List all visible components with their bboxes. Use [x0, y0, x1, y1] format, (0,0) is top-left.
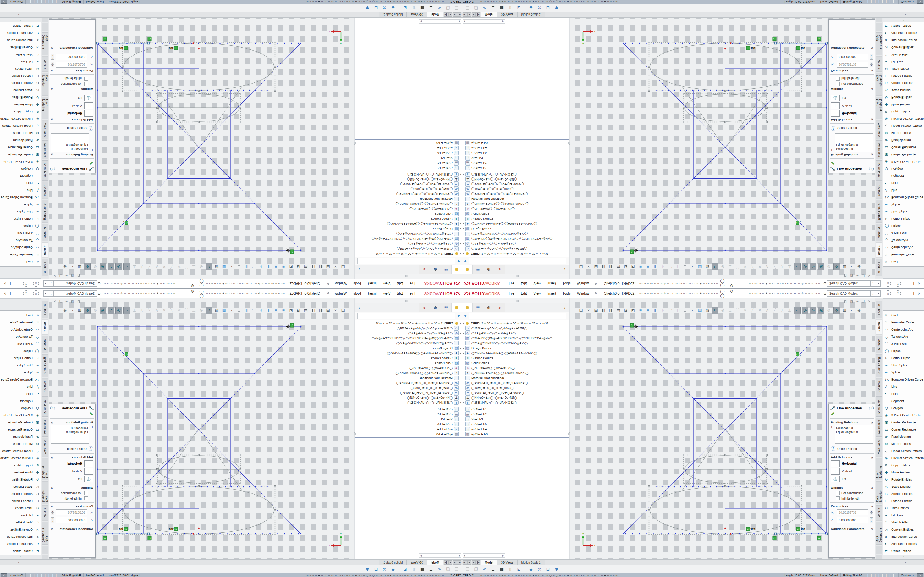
- headsup-icon[interactable]: ◪: [623, 263, 628, 270]
- tree-row[interactable]: ▱◯·◎✥◯✱⊙I◯∘◯I⊙✱◯✥◎·◯: [355, 385, 462, 390]
- flyout-item-copy-entities[interactable]: ⧉Copy Entities: [0, 462, 41, 469]
- headsup-icon[interactable]: ▦: [697, 307, 703, 314]
- command-tab-sheet-metal[interactable]: Sheet Metal: [42, 396, 48, 417]
- bottom-toolbar-icon[interactable]: ⊡: [545, 566, 551, 572]
- rollback-bar[interactable]: [355, 437, 462, 438]
- headsup-icon[interactable]: ◨: [310, 307, 316, 314]
- flyout-item-spline[interactable]: ∿Spline: [883, 369, 924, 376]
- bottom-toolbar-icon[interactable]: ❐: [453, 566, 460, 572]
- headsup-icon[interactable]: ◩: [630, 307, 636, 314]
- headsup-icon[interactable]: ◐: [849, 263, 855, 270]
- menu-edit[interactable]: Edit: [518, 290, 530, 297]
- flyout-item-corner-rectangle[interactable]: ▭Corner Rectangle: [883, 426, 924, 433]
- spinner[interactable]: ▲▼: [51, 510, 55, 515]
- flyout-item-circular-sketch-pattern[interactable]: ⊛Circular Sketch Pattern: [0, 455, 41, 462]
- flyout-item-circular-sketch-pattern[interactable]: ⊛Circular Sketch Pattern: [0, 115, 41, 122]
- flyout-item-3-point-center-recta-[interactable]: ◈3 Point Center Recta...: [883, 412, 924, 419]
- flyout-item-convert-entities[interactable]: ⊿Convert Entities: [0, 526, 41, 533]
- lineprops-help-icon[interactable]: ?: [50, 166, 55, 171]
- vertical-relation-icon[interactable]: ❘: [84, 103, 93, 109]
- headsup-icon[interactable]: ▤: [578, 307, 584, 314]
- user-account-icon[interactable]: ☺: [33, 290, 39, 297]
- tree-tab-dimxpertmanager[interactable]: ◕: [419, 303, 430, 312]
- flyout-item-polygon[interactable]: ⬡Polygon: [0, 165, 41, 172]
- close-button[interactable]: ✕: [3, 282, 6, 286]
- tree-row[interactable]: ◿(-) Sketch5: [462, 150, 569, 155]
- headsup-icon[interactable]: ◧: [600, 263, 606, 270]
- tree-row[interactable]: ▱◯✥ƨɔϱ∘♟◯✱⊙I◯∘◯I⊙✱◯♟∘ϱɔƨ✥◯: [355, 182, 462, 187]
- headsup-icon[interactable]: ⬙: [856, 307, 862, 314]
- tree-splitter-knob[interactable]: [517, 275, 519, 277]
- tree-row[interactable]: ▱◯·◎✥◯✱⊙I◯∘◯I⊙✱◯✥◎·◯: [462, 187, 569, 192]
- command-tab-mesh-modeling[interactable]: Mesh Modeling: [42, 97, 48, 119]
- flyout-item-point[interactable]: ▪Point: [883, 390, 924, 397]
- lineprops-help-icon[interactable]: ?: [50, 406, 55, 411]
- tree-row[interactable]: ▥◯25✥3Ɛ25◯ИN◎∘✥ƆC3ƐUƆƐ25◯∘◯253ƐUƆƐƆC✥∘◎N…: [462, 236, 569, 241]
- status-custom-dropdown[interactable]: Custom▴: [898, 574, 916, 577]
- filter-funnel-icon[interactable]: ▼: [464, 259, 467, 263]
- panel-splitter[interactable]: [354, 18, 355, 279]
- option-infinite-length[interactable]: Infinite length: [829, 496, 876, 501]
- parameter-input[interactable]: 0.00000000°: [837, 517, 868, 523]
- headsup-icon[interactable]: ▦: [77, 307, 83, 314]
- tree-tab-propertymanager[interactable]: ☷: [473, 265, 483, 274]
- tree-row[interactable]: ▦(-) Sketch2: [355, 412, 462, 417]
- menu-view[interactable]: View: [530, 280, 543, 287]
- additional-parameters-header[interactable]: Additional Parameters∨: [829, 527, 876, 531]
- add-relation-vertical[interactable]: ❘Vertical: [48, 467, 95, 475]
- headsup-icon[interactable]: ■: [281, 307, 286, 314]
- flyout-item-line[interactable]: ╱Line: [883, 187, 924, 194]
- tree-row[interactable]: ▦(-) Sketch6: [355, 140, 462, 145]
- tree-row[interactable]: ▶▮◯253ƐИNΑՍ+◯∘◯+ՍΑNИƐ352◯: [462, 400, 569, 405]
- command-tab-mbd-dimensions[interactable]: MBD Dimensions: [876, 522, 882, 545]
- headsup-icon[interactable]: ◪: [296, 307, 301, 314]
- add-relation-fix[interactable]: ⚓Fix: [829, 94, 876, 102]
- headsup-icon[interactable]: ✎: [742, 263, 748, 270]
- markup-pencil-icon[interactable]: ✎: [0, 0, 7, 3]
- headsup-icon[interactable]: ◨: [608, 263, 614, 270]
- flyout-item-partial-ellipse[interactable]: ◗Partial Ellipse: [0, 355, 41, 362]
- flyout-item-move-entities[interactable]: ✥Move Entities: [883, 101, 924, 108]
- bottom-toolbar-icon[interactable]: ◷: [381, 566, 388, 572]
- search-scope-cube-icon[interactable]: ⬙: [823, 292, 826, 296]
- bottom-toolbar-icon[interactable]: ❐: [473, 5, 479, 11]
- headsup-icon[interactable]: ▨: [214, 307, 220, 314]
- headsup-icon[interactable]: ■: [273, 263, 279, 270]
- add-relations-header[interactable]: Add Relations∧: [48, 455, 95, 460]
- spinner[interactable]: ▲▼: [869, 510, 873, 515]
- markup-pencil-icon[interactable]: ✎: [0, 574, 7, 577]
- user-account-icon[interactable]: ☺: [33, 280, 39, 287]
- tree-row[interactable]: ❖Surface Bodies: [462, 356, 569, 361]
- flyout-item-tangent-arc[interactable]: ◡Tangent Arc: [883, 237, 924, 244]
- command-tab-weldments[interactable]: Weldments: [876, 140, 882, 159]
- flyout-more-icon[interactable]: »: [883, 18, 924, 23]
- headsup-icon[interactable]: ⬙: [62, 263, 68, 270]
- flyout-item-trim-entities[interactable]: ✂Trim Entities: [0, 65, 41, 73]
- tree-horizontal-scrollbar[interactable]: ◀▶: [419, 553, 462, 558]
- command-tab--[interactable]: ⋮: [42, 546, 48, 554]
- tree-row[interactable]: ◿(-) Sketch5: [355, 422, 462, 427]
- tree-row[interactable]: ☰Material <not specified>: [355, 376, 462, 380]
- caret-icon[interactable]: ▶: [462, 352, 465, 355]
- bottom-toolbar-icon[interactable]: ◷: [536, 566, 543, 572]
- tree-row[interactable]: ▱◯✥ƨɔϱ∘♟◯✱⊙I◯∘◯I⊙✱◯♟∘ϱɔƨ✥◯: [462, 390, 569, 395]
- flyout-item-circular-sketch-pattern[interactable]: ⊛Circular Sketch Pattern: [883, 455, 924, 462]
- headsup-icon[interactable]: ◉: [100, 263, 106, 270]
- flyout-item-sketch-fillet[interactable]: ◜Sketch Fillet: [0, 519, 41, 526]
- headsup-icon[interactable]: ˅: [585, 307, 591, 314]
- flyout-item-tangent-arc[interactable]: ◡Tangent Arc: [0, 333, 41, 340]
- headsup-icon[interactable]: ▤: [340, 263, 346, 270]
- command-tab-mold-tools[interactable]: Mold Tools: [876, 120, 882, 139]
- ok-check-button[interactable]: ✔: [829, 160, 876, 166]
- headsup-icon[interactable]: ╱: [772, 307, 778, 314]
- command-tab-sheet-metal[interactable]: Sheet Metal: [876, 396, 882, 417]
- bottom-toolbar-icon[interactable]: ⇅: [507, 5, 514, 11]
- collapse-icon[interactable]: ∧: [51, 421, 53, 424]
- child-window-control-icon[interactable]: ◧: [77, 300, 80, 303]
- headsup-icon[interactable]: ⌒: [735, 307, 741, 314]
- child-window-control-icon[interactable]: ✕: [53, 274, 56, 277]
- flyout-item-ellipse[interactable]: ◯Ellipse: [0, 347, 41, 355]
- relation-item[interactable]: Collinear108: [52, 426, 88, 430]
- flyout-item-linear-sketch-pattern[interactable]: ⢇Linear Sketch Pattern: [0, 122, 41, 130]
- caret-icon[interactable]: ▶: [459, 352, 462, 355]
